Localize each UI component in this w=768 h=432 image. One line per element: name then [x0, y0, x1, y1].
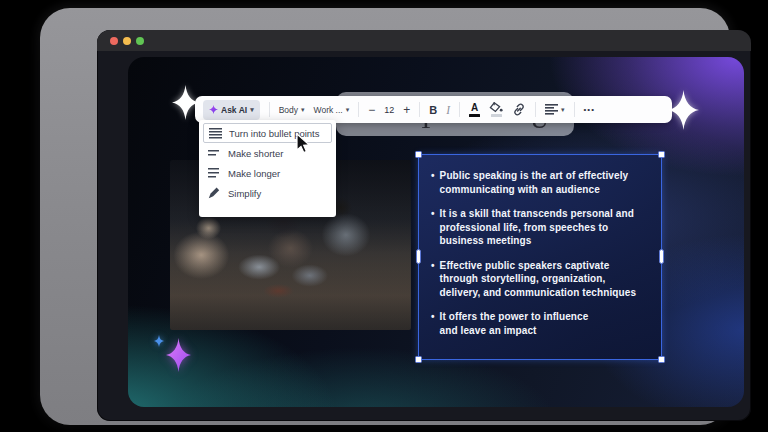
shorten-lines-icon: [208, 149, 221, 157]
screen-background: • Public speaking is the art of effectiv…: [0, 0, 768, 432]
align-left-icon: [545, 104, 558, 115]
resize-handle-mid-left[interactable]: [416, 249, 421, 264]
chevron-down-icon: ▾: [346, 106, 350, 113]
text-color-button[interactable]: A: [469, 103, 480, 117]
chevron-down-icon: ▾: [250, 106, 254, 113]
bullet-text-line: business meetings: [440, 234, 634, 248]
close-window-button[interactable]: [110, 37, 118, 45]
increase-font-size-button[interactable]: +: [403, 104, 410, 116]
bullet-text-line: professional life, from speeches to: [440, 221, 634, 235]
bullet-text-line: and leave an impact: [440, 324, 589, 338]
menu-item-label: Make longer: [228, 168, 280, 179]
toolbar-divider: [535, 102, 536, 117]
editor-canvas: • Public speaking is the art of effectiv…: [128, 57, 744, 407]
menu-item-turn-into-bullet-points[interactable]: Turn into bullet points: [203, 123, 332, 143]
chevron-down-icon: ▾: [561, 106, 565, 113]
ai-sparkle-icon: [209, 105, 218, 114]
list-item: • Public speaking is the art of effectiv…: [431, 169, 655, 196]
menu-item-make-shorter[interactable]: Make shorter: [203, 143, 332, 163]
maximize-window-button[interactable]: [136, 37, 144, 45]
menu-item-make-longer[interactable]: Make longer: [203, 163, 332, 183]
toolbar-divider: [269, 102, 270, 117]
bullet-marker: •: [431, 169, 435, 196]
list-item: • Effective public speakers captivate th…: [431, 259, 655, 300]
bullet-marker: •: [431, 259, 435, 300]
menu-item-label: Make shorter: [228, 148, 283, 159]
link-icon: [512, 103, 526, 116]
minimize-window-button[interactable]: [123, 37, 131, 45]
bullet-marker: •: [431, 207, 435, 248]
toolbar-divider: [574, 102, 575, 117]
app-window: • Public speaking is the art of effectiv…: [97, 30, 751, 421]
toolbar-divider: [459, 102, 460, 117]
fill-color-swatch: [491, 114, 502, 117]
font-family-dropdown[interactable]: Work ... ▾: [314, 105, 350, 115]
window-titlebar: [97, 30, 751, 51]
menu-item-simplify[interactable]: Simplify: [203, 183, 332, 203]
purple-sparkle-icon: [166, 338, 191, 372]
ask-ai-menu: Turn into bullet points Make shorter: [199, 120, 336, 217]
font-size-value[interactable]: 12: [384, 105, 394, 115]
slide-textbox[interactable]: • Public speaking is the art of effectiv…: [418, 154, 662, 360]
bullet-text-line: It is a skill that transcends personal a…: [440, 207, 634, 221]
bullet-list-icon: [209, 128, 222, 139]
toolbar-divider: [358, 102, 359, 117]
link-button[interactable]: [512, 103, 526, 116]
resize-handle-mid-right[interactable]: [659, 249, 664, 264]
resize-handle-top-left[interactable]: [415, 151, 422, 158]
text-style-value: Body: [279, 105, 298, 115]
resize-handle-top-right[interactable]: [658, 151, 665, 158]
bullet-text-line: through storytelling, organization,: [440, 272, 636, 286]
list-item: • It offers the power to influence and l…: [431, 310, 655, 337]
chevron-down-icon: ▾: [301, 106, 305, 113]
italic-button[interactable]: I: [446, 104, 450, 116]
decrease-font-size-button[interactable]: −: [368, 104, 375, 116]
bold-button[interactable]: B: [429, 104, 437, 116]
small-sparkle-icon: [154, 335, 164, 347]
mouse-cursor: [296, 133, 312, 155]
pen-icon: [208, 187, 221, 199]
sparkle-icon: [668, 90, 699, 130]
lengthen-lines-icon: [208, 168, 221, 178]
resize-handle-bottom-left[interactable]: [415, 356, 422, 363]
formatting-toolbar: Ask AI ▾ Body ▾ Work ... ▾ − 12 +: [195, 96, 672, 123]
list-item: • It is a skill that transcends personal…: [431, 207, 655, 248]
bullet-text-line: Effective public speakers captivate: [440, 259, 636, 273]
paint-bucket-icon: [489, 102, 503, 113]
ask-ai-label: Ask AI: [221, 105, 247, 115]
more-options-button[interactable]: •••: [584, 105, 595, 114]
device-frame: • Public speaking is the art of effectiv…: [40, 8, 730, 425]
bullet-text-line: It offers the power to influence: [440, 310, 589, 324]
text-color-swatch: [469, 114, 480, 117]
toolbar-divider: [419, 102, 420, 117]
bullet-marker: •: [431, 310, 435, 337]
text-style-dropdown[interactable]: Body ▾: [279, 105, 305, 115]
ask-ai-button[interactable]: Ask AI ▾: [203, 100, 260, 120]
sparkle-icon: [172, 85, 199, 120]
bullet-text-line: communicating with an audience: [440, 183, 629, 197]
text-color-glyph: A: [471, 103, 478, 113]
bullet-list: • Public speaking is the art of effectiv…: [431, 169, 655, 348]
fill-color-button[interactable]: [489, 102, 503, 117]
menu-item-label: Simplify: [228, 188, 261, 199]
font-family-value: Work ...: [314, 105, 343, 115]
bullet-text-line: delivery, and communication techniques: [440, 286, 636, 300]
text-align-button[interactable]: ▾: [545, 104, 565, 115]
resize-handle-bottom-right[interactable]: [658, 356, 665, 363]
bullet-text-line: Public speaking is the art of effectivel…: [440, 169, 629, 183]
